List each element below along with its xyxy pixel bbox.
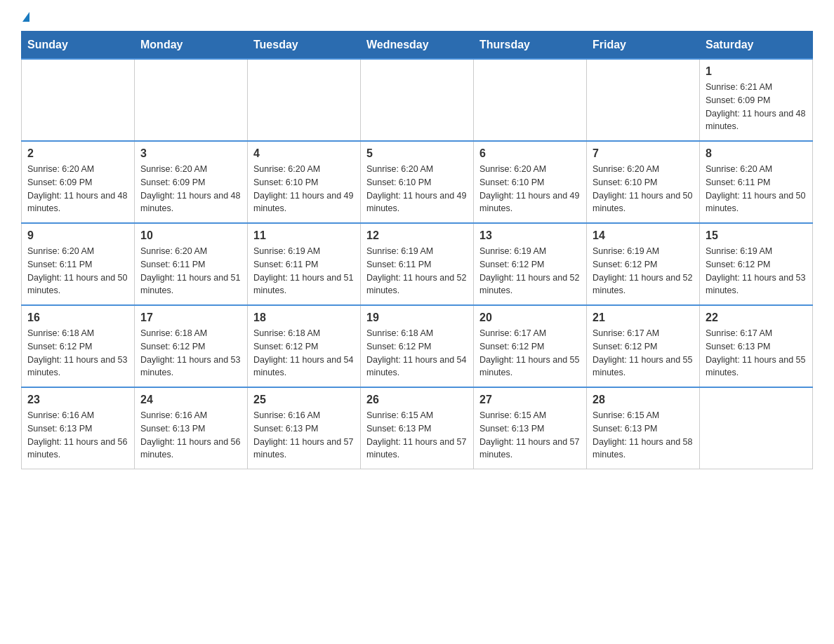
calendar-cell-4-6: 21Sunrise: 6:17 AM Sunset: 6:12 PM Dayli… — [587, 305, 700, 387]
calendar-cell-2-4: 5Sunrise: 6:20 AM Sunset: 6:10 PM Daylig… — [361, 141, 474, 223]
logo-triangle-icon — [22, 12, 29, 22]
day-info: Sunrise: 6:15 AM Sunset: 6:13 PM Dayligh… — [593, 409, 694, 462]
calendar-cell-3-4: 12Sunrise: 6:19 AM Sunset: 6:11 PM Dayli… — [361, 223, 474, 305]
day-info: Sunrise: 6:18 AM Sunset: 6:12 PM Dayligh… — [27, 327, 128, 380]
week-row-3: 9Sunrise: 6:20 AM Sunset: 6:11 PM Daylig… — [22, 223, 813, 305]
weekday-header-tuesday: Tuesday — [248, 32, 361, 60]
calendar-cell-1-5 — [474, 59, 587, 141]
weekday-header-row: SundayMondayTuesdayWednesdayThursdayFrid… — [22, 32, 813, 60]
day-info: Sunrise: 6:20 AM Sunset: 6:10 PM Dayligh… — [479, 163, 581, 215]
day-number: 6 — [479, 147, 581, 160]
day-number: 12 — [366, 229, 468, 242]
day-info: Sunrise: 6:20 AM Sunset: 6:11 PM Dayligh… — [140, 245, 241, 297]
day-number: 1 — [706, 65, 807, 78]
calendar-cell-5-7 — [700, 387, 813, 469]
day-info: Sunrise: 6:19 AM Sunset: 6:12 PM Dayligh… — [706, 245, 807, 297]
calendar-cell-1-3 — [248, 59, 361, 141]
calendar-cell-1-7: 1Sunrise: 6:21 AM Sunset: 6:09 PM Daylig… — [700, 59, 813, 141]
calendar-table: SundayMondayTuesdayWednesdayThursdayFrid… — [21, 31, 813, 469]
calendar-cell-2-3: 4Sunrise: 6:20 AM Sunset: 6:10 PM Daylig… — [248, 141, 361, 223]
day-number: 27 — [479, 394, 581, 406]
day-info: Sunrise: 6:19 AM Sunset: 6:11 PM Dayligh… — [253, 245, 355, 297]
calendar-cell-5-5: 27Sunrise: 6:15 AM Sunset: 6:13 PM Dayli… — [474, 387, 587, 469]
calendar-cell-4-5: 20Sunrise: 6:17 AM Sunset: 6:12 PM Dayli… — [474, 305, 587, 387]
calendar-cell-5-1: 23Sunrise: 6:16 AM Sunset: 6:13 PM Dayli… — [22, 387, 135, 469]
calendar-cell-5-4: 26Sunrise: 6:15 AM Sunset: 6:13 PM Dayli… — [361, 387, 474, 469]
day-number: 21 — [593, 311, 694, 324]
day-number: 19 — [366, 311, 468, 324]
calendar-cell-5-3: 25Sunrise: 6:16 AM Sunset: 6:13 PM Dayli… — [248, 387, 361, 469]
calendar-cell-3-2: 10Sunrise: 6:20 AM Sunset: 6:11 PM Dayli… — [135, 223, 248, 305]
calendar-cell-3-7: 15Sunrise: 6:19 AM Sunset: 6:12 PM Dayli… — [700, 223, 813, 305]
day-number: 28 — [593, 394, 694, 406]
weekday-header-wednesday: Wednesday — [361, 32, 474, 60]
week-row-2: 2Sunrise: 6:20 AM Sunset: 6:09 PM Daylig… — [22, 141, 813, 223]
day-number: 22 — [706, 311, 807, 324]
calendar-cell-4-7: 22Sunrise: 6:17 AM Sunset: 6:13 PM Dayli… — [700, 305, 813, 387]
weekday-header-friday: Friday — [587, 32, 700, 60]
day-info: Sunrise: 6:20 AM Sunset: 6:10 PM Dayligh… — [366, 163, 468, 215]
calendar-cell-2-2: 3Sunrise: 6:20 AM Sunset: 6:09 PM Daylig… — [135, 141, 248, 223]
day-number: 5 — [366, 147, 468, 160]
day-number: 9 — [27, 229, 128, 242]
day-number: 18 — [253, 311, 355, 324]
day-info: Sunrise: 6:17 AM Sunset: 6:12 PM Dayligh… — [593, 327, 694, 380]
day-info: Sunrise: 6:18 AM Sunset: 6:12 PM Dayligh… — [140, 327, 241, 380]
calendar-cell-3-3: 11Sunrise: 6:19 AM Sunset: 6:11 PM Dayli… — [248, 223, 361, 305]
day-info: Sunrise: 6:15 AM Sunset: 6:13 PM Dayligh… — [479, 409, 581, 462]
day-info: Sunrise: 6:20 AM Sunset: 6:10 PM Dayligh… — [593, 163, 694, 215]
day-number: 23 — [27, 394, 128, 406]
logo — [21, 14, 29, 24]
day-info: Sunrise: 6:20 AM Sunset: 6:09 PM Dayligh… — [140, 163, 241, 215]
day-number: 8 — [706, 147, 807, 160]
week-row-5: 23Sunrise: 6:16 AM Sunset: 6:13 PM Dayli… — [22, 387, 813, 469]
calendar-cell-2-1: 2Sunrise: 6:20 AM Sunset: 6:09 PM Daylig… — [22, 141, 135, 223]
calendar-cell-3-6: 14Sunrise: 6:19 AM Sunset: 6:12 PM Dayli… — [587, 223, 700, 305]
weekday-header-sunday: Sunday — [22, 32, 135, 60]
day-info: Sunrise: 6:21 AM Sunset: 6:09 PM Dayligh… — [706, 81, 807, 133]
day-info: Sunrise: 6:20 AM Sunset: 6:10 PM Dayligh… — [253, 163, 355, 215]
day-number: 13 — [479, 229, 581, 242]
week-row-4: 16Sunrise: 6:18 AM Sunset: 6:12 PM Dayli… — [22, 305, 813, 387]
day-info: Sunrise: 6:17 AM Sunset: 6:12 PM Dayligh… — [479, 327, 581, 380]
day-number: 17 — [140, 311, 241, 324]
calendar-cell-4-1: 16Sunrise: 6:18 AM Sunset: 6:12 PM Dayli… — [22, 305, 135, 387]
calendar-cell-2-5: 6Sunrise: 6:20 AM Sunset: 6:10 PM Daylig… — [474, 141, 587, 223]
calendar-cell-5-6: 28Sunrise: 6:15 AM Sunset: 6:13 PM Dayli… — [587, 387, 700, 469]
day-info: Sunrise: 6:18 AM Sunset: 6:12 PM Dayligh… — [253, 327, 355, 380]
calendar-cell-1-6 — [587, 59, 700, 141]
day-info: Sunrise: 6:20 AM Sunset: 6:11 PM Dayligh… — [706, 163, 807, 215]
calendar-cell-4-2: 17Sunrise: 6:18 AM Sunset: 6:12 PM Dayli… — [135, 305, 248, 387]
day-number: 11 — [253, 229, 355, 242]
day-info: Sunrise: 6:17 AM Sunset: 6:13 PM Dayligh… — [706, 327, 807, 380]
day-number: 20 — [479, 311, 581, 324]
calendar-cell-1-4 — [361, 59, 474, 141]
day-number: 3 — [140, 147, 241, 160]
calendar-cell-1-1 — [22, 59, 135, 141]
calendar-cell-3-1: 9Sunrise: 6:20 AM Sunset: 6:11 PM Daylig… — [22, 223, 135, 305]
day-number: 15 — [706, 229, 807, 242]
day-info: Sunrise: 6:19 AM Sunset: 6:12 PM Dayligh… — [479, 245, 581, 297]
day-number: 24 — [140, 394, 241, 406]
calendar-cell-1-2 — [135, 59, 248, 141]
calendar-cell-4-4: 19Sunrise: 6:18 AM Sunset: 6:12 PM Dayli… — [361, 305, 474, 387]
calendar-cell-2-7: 8Sunrise: 6:20 AM Sunset: 6:11 PM Daylig… — [700, 141, 813, 223]
page-header — [21, 14, 813, 24]
calendar-cell-5-2: 24Sunrise: 6:16 AM Sunset: 6:13 PM Dayli… — [135, 387, 248, 469]
day-number: 2 — [27, 147, 128, 160]
day-info: Sunrise: 6:16 AM Sunset: 6:13 PM Dayligh… — [27, 409, 128, 462]
calendar-cell-4-3: 18Sunrise: 6:18 AM Sunset: 6:12 PM Dayli… — [248, 305, 361, 387]
day-info: Sunrise: 6:20 AM Sunset: 6:11 PM Dayligh… — [27, 245, 128, 297]
day-number: 4 — [253, 147, 355, 160]
weekday-header-monday: Monday — [135, 32, 248, 60]
calendar-cell-3-5: 13Sunrise: 6:19 AM Sunset: 6:12 PM Dayli… — [474, 223, 587, 305]
day-info: Sunrise: 6:15 AM Sunset: 6:13 PM Dayligh… — [366, 409, 468, 462]
day-info: Sunrise: 6:16 AM Sunset: 6:13 PM Dayligh… — [140, 409, 241, 462]
day-info: Sunrise: 6:19 AM Sunset: 6:12 PM Dayligh… — [593, 245, 694, 297]
weekday-header-thursday: Thursday — [474, 32, 587, 60]
calendar-cell-2-6: 7Sunrise: 6:20 AM Sunset: 6:10 PM Daylig… — [587, 141, 700, 223]
day-number: 16 — [27, 311, 128, 324]
weekday-header-saturday: Saturday — [700, 32, 813, 60]
day-number: 14 — [593, 229, 694, 242]
day-number: 10 — [140, 229, 241, 242]
